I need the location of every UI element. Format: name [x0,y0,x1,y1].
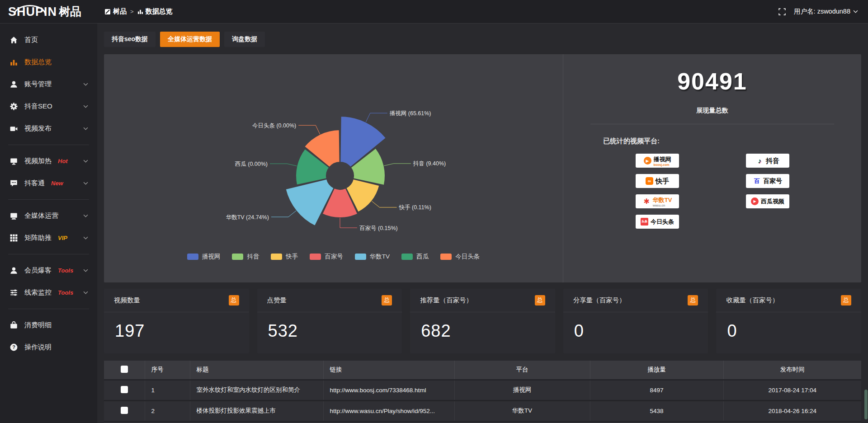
legend-swatch [187,254,198,260]
sidebar-item-data-overview[interactable]: 数据总览 [0,51,97,73]
user-icon [10,80,18,88]
cell-title-link[interactable]: 楼体投影灯投影效果震撼上市 [190,400,323,421]
xigua-logo-icon: ▶ [751,197,759,205]
legend-item-西瓜[interactable]: 西瓜 [401,253,429,261]
legend-item-播视网[interactable]: 播视网 [187,253,221,261]
pie-label: 快手 (0.11%) [399,204,431,211]
legend-item-华数TV[interactable]: 华数TV [355,253,390,261]
pie-label-line [271,211,296,217]
question-circle-icon: ? [10,343,18,351]
boosj-logo-icon: ▶ [644,157,651,164]
sidebar-item-omnimedia[interactable]: 全媒体运营 [0,205,97,227]
sidebar-item-douyin-seo[interactable]: 抖音SEO [0,95,97,118]
cell-url-link[interactable]: http://www.wasu.cn/Play/show/id/952... [323,400,454,421]
stat-card-value: 682 [410,312,555,341]
breadcrumb-root[interactable]: 树品 [104,7,127,16]
sliders-icon [10,289,18,296]
stat-card-video-count: 视频数量总 197 [104,289,249,353]
user-menu[interactable]: 用户名: zswodun88 [794,7,858,16]
platform-name: 今日头条 [651,219,674,225]
wasu-logo-icon: ✱ [643,197,651,205]
stat-card-value: 0 [716,312,861,341]
sidebar-item-consumption-detail[interactable]: 消费明细 [0,314,97,336]
grid-icon [10,234,18,242]
app-square-icon [104,9,111,15]
username-label: 用户名: zswodun88 [794,7,850,16]
sidebar-item-label: 操作说明 [24,343,52,352]
summary-panel: 90491 展现量总数 已统计的视频平台: ▶ 播视网boosj.com ∞ 快… [563,54,861,282]
pie-label: 百家号 (0.15%) [359,225,398,231]
fullscreen-button[interactable] [778,8,786,15]
sidebar-item-matrix-boost[interactable]: 矩阵助推 VIP [0,227,97,249]
legend-item-百家号[interactable]: 百家号 [310,253,343,261]
pie-label-line [270,164,297,166]
platform-badge-toutiao: 头条 今日头条 [636,215,679,229]
platform-badge-kuaishou: ∞ 快手 [636,174,679,188]
platform-name: 快手 [656,178,669,185]
column-header-publish-time: 发布时间 [723,361,861,380]
new-badge: New [51,180,63,187]
sidebar-item-home[interactable]: 首页 [0,29,97,51]
cell-publish-time: 2017-08-24 17:04 [723,380,861,400]
gear-icon [10,103,18,110]
rose-chart-area: 播视网 (65.61%)抖音 (9.40%)快手 (0.11%)百家号 (0.1… [104,54,563,282]
cell-url-link[interactable]: http://www.boosj.com/7338468.html [323,380,454,400]
sidebar-item-video-publish[interactable]: 视频发布 [0,118,97,140]
table-row: 1 室外水纹灯和室内水纹灯的区别和简介 http://www.boosj.com… [104,380,861,400]
sidebar-item-video-heat[interactable]: 视频加热 Hot [0,150,97,172]
stat-card-title: 推荐量（百家号） [420,296,472,305]
cell-publish-time: 2018-04-26 16:24 [723,400,861,421]
column-header-title: 标题 [190,361,323,380]
pie-slice-华数TV[interactable] [285,179,334,226]
cell-title-link[interactable]: 室外水纹灯和室内水纹灯的区别和简介 [190,380,323,400]
logo-suffix: 树品 [59,4,81,19]
tab-omnimedia-data[interactable]: 全媒体运营数据 [160,32,220,47]
legend-item-抖音[interactable]: 抖音 [232,253,259,261]
legend-item-快手[interactable]: 快手 [271,253,298,261]
sidebar-divider [8,199,89,200]
sidebar-item-label: 全媒体运营 [24,212,58,220]
platform-badges: ▶ 播视网boosj.com ∞ 快手 ✱ 华数TVwasu.cn 头条 今日头… [563,154,861,229]
legend-item-今日头条[interactable]: 今日头条 [440,253,480,261]
sidebar-item-member-burst[interactable]: 会员爆客 Tools [0,259,97,282]
stat-card-favorites: 收藏量（百家号）总 0 [716,289,861,353]
cell-index: 1 [145,380,190,400]
cell-plays: 5438 [590,400,723,421]
stat-card-value: 197 [104,312,249,341]
summary-divider [590,124,834,124]
platform-badge-baijiahao: 百 百家号 [746,174,789,188]
tab-inquiry-data[interactable]: 询盘数据 [224,32,265,47]
total-badge: 总 [229,295,239,306]
breadcrumb: 树品 > 数据总览 [104,7,173,16]
platform-badge-xigua: ▶ 西瓜视频 [746,194,789,208]
pie-label: 抖音 (9.40%) [413,160,446,167]
chevron-down-icon [83,160,88,163]
sidebar-item-douketong[interactable]: 抖客通 New [0,172,97,194]
bar-chart-icon [10,58,18,66]
row-checkbox[interactable] [121,407,128,414]
scrollbar-thumb[interactable] [864,390,868,419]
sidebar-item-instructions[interactable]: ? 操作说明 [0,336,97,358]
sidebar-item-account[interactable]: 账号管理 [0,73,97,95]
column-header-plays: 播放量 [590,361,723,380]
stat-card-shares: 分享量（百家号）总 0 [563,289,708,353]
pie-label-line [340,218,357,228]
cell-plays: 8497 [590,380,723,400]
column-header-platform: 平台 [454,361,590,380]
stat-card-recommendations: 推荐量（百家号）总 682 [410,289,555,353]
select-all-checkbox[interactable] [121,366,128,373]
sidebar-item-label: 数据总览 [24,58,52,66]
legend-label: 抖音 [247,253,259,261]
sidebar-divider [8,309,89,309]
total-badge: 总 [535,295,545,306]
breadcrumb-current[interactable]: 数据总览 [137,7,173,16]
pie-label-line [372,201,396,207]
legend-swatch [271,254,282,260]
sidebar-item-label: 视频发布 [24,124,52,133]
sidebar-item-lead-monitor[interactable]: 线索监控 Tools [0,282,97,304]
row-checkbox[interactable] [121,386,128,393]
kuaishou-logo-icon: ∞ [646,177,653,185]
tab-douyin-seo-data[interactable]: 抖音seo数据 [104,32,156,47]
legend-swatch [310,254,321,260]
legend-label: 播视网 [202,253,221,261]
